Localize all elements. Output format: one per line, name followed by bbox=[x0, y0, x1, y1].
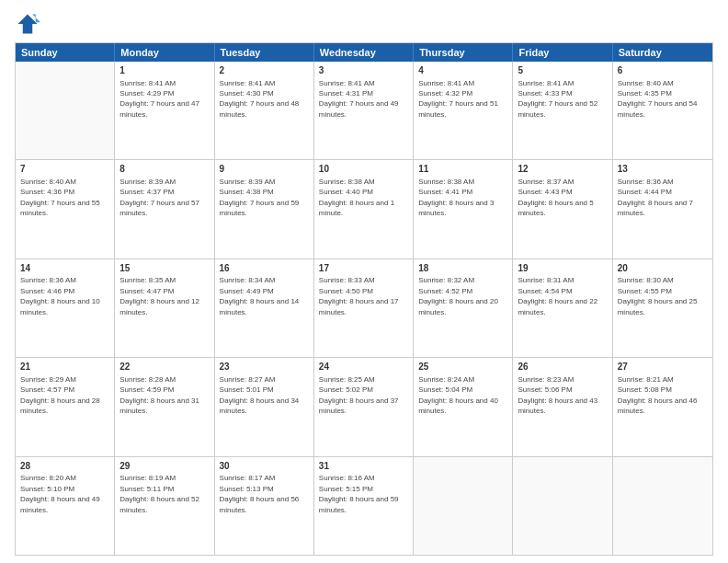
cell-info: Sunrise: 8:38 AMSunset: 4:40 PMDaylight:… bbox=[319, 178, 394, 217]
calendar-row-1: 7Sunrise: 8:40 AMSunset: 4:36 PMDaylight… bbox=[16, 160, 712, 259]
cell-info: Sunrise: 8:25 AMSunset: 5:02 PMDaylight:… bbox=[319, 375, 399, 415]
day-cell-1: 1Sunrise: 8:41 AMSunset: 4:29 PMDaylight… bbox=[115, 62, 214, 159]
cell-info: Sunrise: 8:41 AMSunset: 4:32 PMDaylight:… bbox=[418, 79, 498, 119]
cell-info: Sunrise: 8:24 AMSunset: 5:04 PMDaylight:… bbox=[418, 375, 498, 415]
header-day-thursday: Thursday bbox=[414, 43, 513, 62]
page: SundayMondayTuesdayWednesdayThursdayFrid… bbox=[0, 0, 728, 563]
day-number: 9 bbox=[220, 163, 309, 176]
day-cell-7: 7Sunrise: 8:40 AMSunset: 4:36 PMDaylight… bbox=[16, 160, 115, 258]
day-cell-9: 9Sunrise: 8:39 AMSunset: 4:38 PMDaylight… bbox=[215, 160, 314, 258]
day-cell-14: 14Sunrise: 8:36 AMSunset: 4:46 PMDayligh… bbox=[16, 259, 115, 357]
day-number: 31 bbox=[319, 460, 408, 473]
day-cell-31: 31Sunrise: 8:16 AMSunset: 5:15 PMDayligh… bbox=[314, 457, 414, 555]
day-cell-21: 21Sunrise: 8:29 AMSunset: 4:57 PMDayligh… bbox=[16, 358, 115, 455]
header-day-wednesday: Wednesday bbox=[314, 43, 414, 62]
cell-info: Sunrise: 8:17 AMSunset: 5:13 PMDaylight:… bbox=[220, 474, 300, 513]
cell-info: Sunrise: 8:20 AMSunset: 5:10 PMDaylight:… bbox=[20, 474, 100, 513]
day-cell-24: 24Sunrise: 8:25 AMSunset: 5:02 PMDayligh… bbox=[314, 358, 414, 455]
day-cell-29: 29Sunrise: 8:19 AMSunset: 5:11 PMDayligh… bbox=[115, 457, 214, 555]
day-number: 3 bbox=[319, 64, 408, 77]
day-number: 29 bbox=[119, 460, 209, 473]
cell-info: Sunrise: 8:19 AMSunset: 5:11 PMDaylight:… bbox=[119, 474, 199, 513]
cell-info: Sunrise: 8:40 AMSunset: 4:35 PMDaylight:… bbox=[618, 79, 698, 119]
cell-info: Sunrise: 8:40 AMSunset: 4:36 PMDaylight:… bbox=[20, 178, 100, 217]
cell-info: Sunrise: 8:30 AMSunset: 4:55 PMDaylight:… bbox=[618, 276, 698, 316]
cell-info: Sunrise: 8:28 AMSunset: 4:59 PMDaylight:… bbox=[119, 375, 199, 415]
cell-info: Sunrise: 8:31 AMSunset: 4:54 PMDaylight:… bbox=[518, 276, 597, 316]
day-cell-16: 16Sunrise: 8:34 AMSunset: 4:49 PMDayligh… bbox=[215, 259, 314, 357]
day-number: 6 bbox=[618, 64, 708, 77]
day-cell-6: 6Sunrise: 8:40 AMSunset: 4:35 PMDaylight… bbox=[613, 62, 712, 159]
day-cell-11: 11Sunrise: 8:38 AMSunset: 4:41 PMDayligh… bbox=[414, 160, 513, 258]
calendar-header: SundayMondayTuesdayWednesdayThursdayFrid… bbox=[16, 43, 712, 62]
day-cell-8: 8Sunrise: 8:39 AMSunset: 4:37 PMDaylight… bbox=[115, 160, 214, 258]
logo-icon bbox=[15, 11, 40, 37]
cell-info: Sunrise: 8:23 AMSunset: 5:06 PMDaylight:… bbox=[518, 375, 597, 415]
day-cell-3: 3Sunrise: 8:41 AMSunset: 4:31 PMDaylight… bbox=[314, 62, 414, 159]
cell-info: Sunrise: 8:21 AMSunset: 5:08 PMDaylight:… bbox=[618, 375, 698, 415]
day-number: 2 bbox=[220, 64, 309, 77]
calendar-row-0: 1Sunrise: 8:41 AMSunset: 4:29 PMDaylight… bbox=[16, 62, 712, 160]
calendar-row-4: 28Sunrise: 8:20 AMSunset: 5:10 PMDayligh… bbox=[16, 457, 712, 555]
day-cell-28: 28Sunrise: 8:20 AMSunset: 5:10 PMDayligh… bbox=[16, 457, 115, 555]
day-number: 22 bbox=[119, 361, 209, 373]
calendar: SundayMondayTuesdayWednesdayThursdayFrid… bbox=[15, 42, 713, 556]
calendar-body: 1Sunrise: 8:41 AMSunset: 4:29 PMDaylight… bbox=[16, 62, 712, 555]
day-number: 11 bbox=[418, 163, 507, 176]
day-number: 30 bbox=[220, 460, 309, 473]
day-number: 28 bbox=[20, 460, 109, 473]
header-day-monday: Monday bbox=[115, 43, 214, 62]
cell-info: Sunrise: 8:36 AMSunset: 4:46 PMDaylight:… bbox=[20, 276, 100, 316]
day-number: 15 bbox=[119, 262, 209, 275]
day-cell-15: 15Sunrise: 8:35 AMSunset: 4:47 PMDayligh… bbox=[115, 259, 214, 357]
day-cell-30: 30Sunrise: 8:17 AMSunset: 5:13 PMDayligh… bbox=[215, 457, 314, 555]
cell-info: Sunrise: 8:41 AMSunset: 4:29 PMDaylight:… bbox=[119, 79, 199, 119]
day-number: 19 bbox=[518, 262, 607, 275]
cell-info: Sunrise: 8:41 AMSunset: 4:33 PMDaylight:… bbox=[518, 79, 597, 119]
day-cell-4: 4Sunrise: 8:41 AMSunset: 4:32 PMDaylight… bbox=[414, 62, 513, 159]
day-cell-27: 27Sunrise: 8:21 AMSunset: 5:08 PMDayligh… bbox=[613, 358, 712, 455]
day-number: 20 bbox=[618, 262, 708, 275]
day-number: 17 bbox=[319, 262, 408, 275]
calendar-row-3: 21Sunrise: 8:29 AMSunset: 4:57 PMDayligh… bbox=[16, 358, 712, 456]
header-day-friday: Friday bbox=[513, 43, 612, 62]
cell-info: Sunrise: 8:39 AMSunset: 4:38 PMDaylight:… bbox=[220, 178, 300, 217]
day-number: 1 bbox=[119, 64, 209, 77]
day-cell-25: 25Sunrise: 8:24 AMSunset: 5:04 PMDayligh… bbox=[414, 358, 513, 455]
day-number: 18 bbox=[418, 262, 507, 275]
day-cell-empty bbox=[613, 457, 712, 555]
day-cell-empty bbox=[513, 457, 612, 555]
day-number: 23 bbox=[220, 361, 309, 373]
day-number: 25 bbox=[418, 361, 507, 373]
day-cell-22: 22Sunrise: 8:28 AMSunset: 4:59 PMDayligh… bbox=[115, 358, 214, 455]
day-number: 16 bbox=[220, 262, 309, 275]
day-number: 12 bbox=[518, 163, 607, 176]
day-cell-18: 18Sunrise: 8:32 AMSunset: 4:52 PMDayligh… bbox=[414, 259, 513, 357]
day-number: 14 bbox=[20, 262, 109, 275]
day-cell-12: 12Sunrise: 8:37 AMSunset: 4:43 PMDayligh… bbox=[513, 160, 612, 258]
day-cell-13: 13Sunrise: 8:36 AMSunset: 4:44 PMDayligh… bbox=[613, 160, 712, 258]
day-number: 21 bbox=[20, 361, 109, 373]
day-number: 24 bbox=[319, 361, 408, 373]
day-number: 26 bbox=[518, 361, 607, 373]
day-cell-5: 5Sunrise: 8:41 AMSunset: 4:33 PMDaylight… bbox=[513, 62, 612, 159]
day-cell-empty bbox=[414, 457, 513, 555]
cell-info: Sunrise: 8:32 AMSunset: 4:52 PMDaylight:… bbox=[418, 276, 498, 316]
day-cell-23: 23Sunrise: 8:27 AMSunset: 5:01 PMDayligh… bbox=[215, 358, 314, 455]
calendar-row-2: 14Sunrise: 8:36 AMSunset: 4:46 PMDayligh… bbox=[16, 259, 712, 358]
cell-info: Sunrise: 8:16 AMSunset: 5:15 PMDaylight:… bbox=[319, 474, 399, 513]
header-day-saturday: Saturday bbox=[613, 43, 712, 62]
cell-info: Sunrise: 8:34 AMSunset: 4:49 PMDaylight:… bbox=[220, 276, 300, 316]
header bbox=[15, 11, 713, 37]
cell-info: Sunrise: 8:41 AMSunset: 4:30 PMDaylight:… bbox=[220, 79, 300, 119]
day-cell-10: 10Sunrise: 8:38 AMSunset: 4:40 PMDayligh… bbox=[314, 160, 414, 258]
cell-info: Sunrise: 8:33 AMSunset: 4:50 PMDaylight:… bbox=[319, 276, 399, 316]
cell-info: Sunrise: 8:35 AMSunset: 4:47 PMDaylight:… bbox=[119, 276, 199, 316]
cell-info: Sunrise: 8:29 AMSunset: 4:57 PMDaylight:… bbox=[20, 375, 100, 415]
cell-info: Sunrise: 8:39 AMSunset: 4:37 PMDaylight:… bbox=[119, 178, 199, 217]
day-cell-17: 17Sunrise: 8:33 AMSunset: 4:50 PMDayligh… bbox=[314, 259, 414, 357]
day-cell-20: 20Sunrise: 8:30 AMSunset: 4:55 PMDayligh… bbox=[613, 259, 712, 357]
day-number: 27 bbox=[618, 361, 708, 373]
day-number: 4 bbox=[418, 64, 507, 77]
header-day-tuesday: Tuesday bbox=[215, 43, 314, 62]
